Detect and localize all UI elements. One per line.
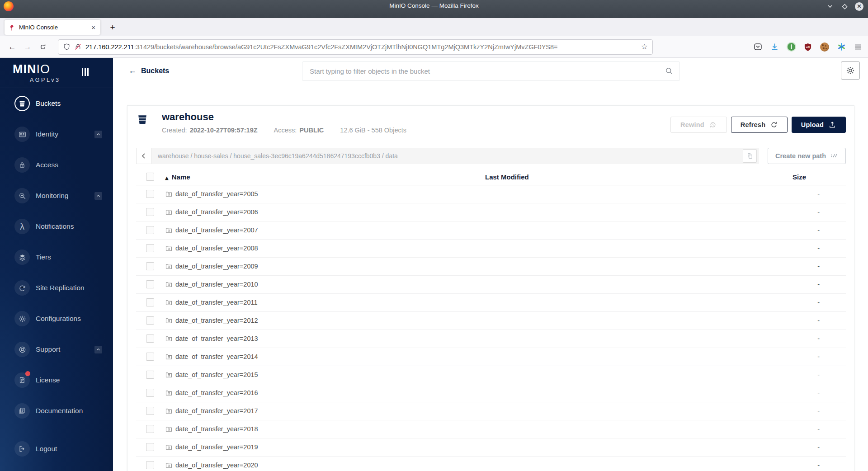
table-row[interactable]: date_of_transfer_year=2018 - xyxy=(136,420,846,438)
browser-reload-button[interactable] xyxy=(35,40,51,54)
rewind-button[interactable]: Rewind xyxy=(670,117,727,133)
column-header-name[interactable]: ▲Name xyxy=(165,169,481,185)
object-name[interactable]: date_of_transfer_year=2015 xyxy=(175,371,258,378)
shield-icon[interactable] xyxy=(63,43,71,51)
sidebar-item-license[interactable]: License xyxy=(0,365,113,396)
url-bar[interactable]: 217.160.222.211:31429/buckets/warehouse/… xyxy=(58,39,653,55)
row-checkbox[interactable] xyxy=(146,334,154,343)
object-name[interactable]: date_of_transfer_year=2006 xyxy=(175,208,258,216)
table-row[interactable]: date_of_transfer_year=2009 - xyxy=(136,257,846,275)
object-name[interactable]: date_of_transfer_year=2010 xyxy=(175,281,258,288)
column-header-last-modified[interactable]: Last Modified xyxy=(481,169,771,185)
ublock-shield-icon[interactable]: uD xyxy=(802,42,813,52)
copy-path-button[interactable] xyxy=(743,149,757,163)
sidebar-item-configurations[interactable]: Configurations xyxy=(0,303,113,334)
object-name[interactable]: date_of_transfer_year=2018 xyxy=(175,425,258,433)
object-name[interactable]: date_of_transfer_year=2013 xyxy=(175,335,258,342)
object-name[interactable]: date_of_transfer_year=2020 xyxy=(175,462,258,469)
table-row[interactable]: date_of_transfer_year=2007 - xyxy=(136,221,846,239)
row-checkbox[interactable] xyxy=(146,262,154,270)
tab-close-icon[interactable]: × xyxy=(90,24,97,31)
browser-back-button[interactable]: ← xyxy=(5,40,20,54)
sidebar-item-documentation[interactable]: Documentation xyxy=(0,396,113,426)
browser-forward-button[interactable]: → xyxy=(20,40,35,54)
sidebar-item-tiers[interactable]: Tiers xyxy=(0,242,113,273)
pocket-icon[interactable] xyxy=(752,42,763,52)
object-name[interactable]: date_of_transfer_year=2008 xyxy=(175,245,258,252)
sidebar-item-site-replication[interactable]: Site Replication xyxy=(0,273,113,303)
object-name[interactable]: date_of_transfer_year=2019 xyxy=(175,443,258,451)
sidebar-item-monitoring[interactable]: Monitoring xyxy=(0,180,113,211)
window-close-icon[interactable]: ✕ xyxy=(855,2,863,11)
create-new-path-button[interactable]: Create new path xyxy=(768,148,846,164)
row-checkbox[interactable] xyxy=(146,389,154,397)
object-name[interactable]: date_of_transfer_year=2005 xyxy=(175,190,258,198)
sidebar-item-logout[interactable]: Logout xyxy=(0,433,113,464)
sidebar-collapse-icon[interactable] xyxy=(82,68,89,76)
menu-hamburger-icon[interactable] xyxy=(853,42,863,52)
object-name[interactable]: date_of_transfer_year=2007 xyxy=(175,226,258,234)
chevron-up-icon[interactable] xyxy=(94,192,102,200)
url-text[interactable]: 217.160.222.211:31429/buckets/warehouse/… xyxy=(85,43,637,51)
bookmark-star-icon[interactable]: ☆ xyxy=(641,42,648,52)
cookie-icon[interactable] xyxy=(819,42,830,52)
insecure-lock-icon[interactable] xyxy=(74,43,82,51)
sidebar-item-identity[interactable]: Identity xyxy=(0,119,113,150)
refresh-button[interactable]: Refresh xyxy=(731,117,788,133)
column-header-size[interactable]: Size xyxy=(771,169,846,185)
object-name[interactable]: date_of_transfer_year=2016 xyxy=(175,389,258,396)
chevron-up-icon[interactable] xyxy=(94,131,102,138)
object-name[interactable]: date_of_transfer_year=2012 xyxy=(175,317,258,324)
row-checkbox[interactable] xyxy=(146,371,154,379)
sidebar-item-access[interactable]: Access xyxy=(0,150,113,180)
new-tab-button[interactable]: + xyxy=(107,22,118,33)
table-row[interactable]: date_of_transfer_year=2010 - xyxy=(136,275,846,293)
extension-green-icon[interactable] xyxy=(786,42,797,52)
sidebar-item-support[interactable]: Support xyxy=(0,334,113,365)
download-icon[interactable] xyxy=(769,42,780,52)
object-name[interactable]: date_of_transfer_year=2011 xyxy=(175,299,258,306)
row-checkbox[interactable] xyxy=(146,226,154,234)
back-to-buckets-link[interactable]: ← Buckets xyxy=(128,66,169,75)
table-row[interactable]: date_of_transfer_year=2012 - xyxy=(136,311,846,330)
table-row[interactable]: date_of_transfer_year=2017 - xyxy=(136,402,846,420)
object-name[interactable]: date_of_transfer_year=2017 xyxy=(175,407,258,414)
sidebar-item-buckets[interactable]: Buckets xyxy=(0,88,113,119)
row-checkbox[interactable] xyxy=(146,244,154,252)
table-row[interactable]: date_of_transfer_year=2015 - xyxy=(136,366,846,384)
select-all-checkbox[interactable] xyxy=(146,173,154,181)
table-row[interactable]: date_of_transfer_year=2006 - xyxy=(136,203,846,221)
upload-button[interactable]: Upload xyxy=(792,117,846,133)
row-checkbox[interactable] xyxy=(146,353,154,361)
row-checkbox[interactable] xyxy=(146,443,154,451)
row-checkbox[interactable] xyxy=(146,208,154,216)
row-checkbox[interactable] xyxy=(146,461,154,469)
row-checkbox[interactable] xyxy=(146,280,154,288)
breadcrumb[interactable]: warehouse / house-sales / house_sales-3e… xyxy=(158,152,743,160)
row-checkbox[interactable] xyxy=(146,316,154,325)
table-row[interactable]: date_of_transfer_year=2008 - xyxy=(136,239,846,257)
chevron-up-icon[interactable] xyxy=(94,346,102,353)
window-maximize-icon[interactable] xyxy=(840,2,849,10)
table-row[interactable]: date_of_transfer_year=2019 - xyxy=(136,438,846,456)
table-row[interactable]: date_of_transfer_year=2016 - xyxy=(136,384,846,402)
extension-asterisk-icon[interactable] xyxy=(836,42,847,52)
settings-gear-button[interactable] xyxy=(841,61,860,80)
table-row[interactable]: date_of_transfer_year=2014 - xyxy=(136,348,846,366)
path-back-button[interactable] xyxy=(136,148,151,164)
object-name[interactable]: date_of_transfer_year=2009 xyxy=(175,263,258,270)
table-row[interactable]: date_of_transfer_year=2005 - xyxy=(136,185,846,203)
object-name[interactable]: date_of_transfer_year=2014 xyxy=(175,353,258,360)
row-checkbox[interactable] xyxy=(146,298,154,306)
object-filter-input[interactable] xyxy=(302,61,680,81)
main-content: ← Buckets warehouse Created: 2022-10-27T… xyxy=(113,58,868,471)
row-checkbox[interactable] xyxy=(146,407,154,415)
table-row[interactable]: date_of_transfer_year=2020 - xyxy=(136,456,846,471)
tab-minio-console[interactable]: MinIO Console × xyxy=(5,20,100,35)
table-row[interactable]: date_of_transfer_year=2013 - xyxy=(136,330,846,348)
table-row[interactable]: date_of_transfer_year=2011 - xyxy=(136,293,846,311)
row-checkbox[interactable] xyxy=(146,425,154,433)
sidebar-item-notifications[interactable]: λNotifications xyxy=(0,211,113,242)
row-checkbox[interactable] xyxy=(146,190,154,198)
window-minimize-icon[interactable] xyxy=(826,2,834,10)
